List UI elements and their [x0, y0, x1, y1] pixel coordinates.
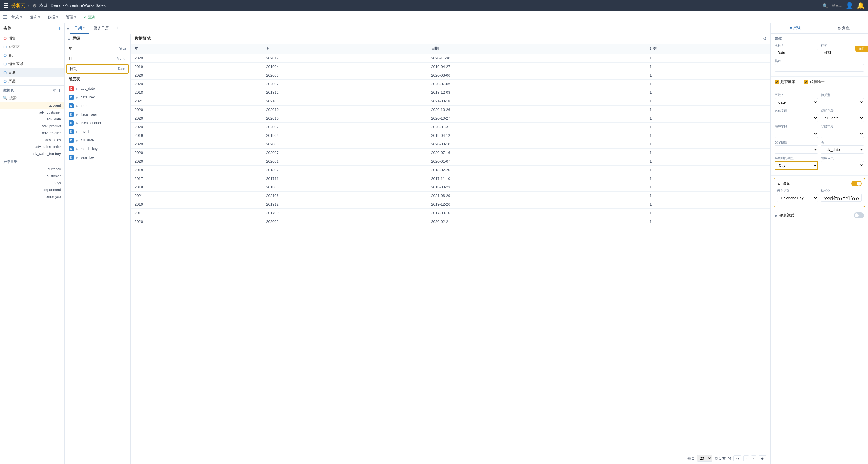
desc-field-select[interactable]: full_date [821, 114, 864, 122]
dim-row-date[interactable]: D ▶ date [65, 101, 130, 110]
table-item-department[interactable]: department [0, 187, 64, 193]
hierarchy-panel: ≡ 层级 年 Year 月 Month [65, 34, 130, 74]
desc-input[interactable] [775, 64, 864, 72]
dim-row-year-key[interactable]: D ▶ year_key [65, 153, 130, 162]
sidebar-item-reseller[interactable]: ⬡ 经销商 [0, 42, 64, 51]
semantic-type-select[interactable]: Calendar Day [777, 194, 818, 202]
tab-date[interactable]: 日期 ▾ [70, 23, 89, 34]
table-item-adv-date[interactable]: adv_date [0, 116, 64, 123]
field-label: 字段 * [775, 93, 818, 97]
hamburger-icon[interactable]: ☰ [3, 2, 9, 9]
table-cell: 2018-03-23 [427, 183, 646, 192]
search-placeholder: 搜索... [832, 3, 842, 8]
dim-row-month-key[interactable]: D ▶ month_key [65, 144, 130, 153]
hide-member-select[interactable] [821, 161, 864, 169]
notification-icon[interactable]: 🔔 [857, 2, 865, 9]
unique-checkbox[interactable] [804, 80, 808, 84]
table-item-currency[interactable]: currency [0, 166, 64, 173]
role-tab-label: 角色 [842, 26, 849, 31]
value-type-select[interactable] [821, 98, 864, 106]
refresh-icon[interactable]: ↺ [53, 89, 56, 93]
table-cell: 1 [646, 166, 770, 174]
add-entity-btn[interactable]: + [58, 25, 61, 31]
manage-menu-btn[interactable]: 管理 ▾ [63, 13, 79, 21]
field-select[interactable]: date [775, 98, 818, 106]
time-type-select[interactable]: Day [775, 161, 818, 170]
key-expr-collapse-icon[interactable]: ▶ [775, 213, 778, 218]
table-cell: 202106 [262, 192, 427, 200]
next-page-btn[interactable]: › [751, 455, 756, 461]
sidebar-item-sales[interactable]: ⬡ 销售 [0, 34, 64, 42]
key-expr-title: 键表达式 [779, 213, 794, 218]
hierarchy-item-date[interactable]: 日期 Date [66, 64, 129, 74]
hierarchy-item-month[interactable]: 月 Month [65, 54, 130, 63]
right-tab-hierarchy[interactable]: ≡ 层级 [771, 23, 819, 33]
per-page-select[interactable]: 20 50 100 [697, 455, 712, 462]
table-cell: 2020 [131, 80, 262, 88]
dim-row-adv-date[interactable]: E ▶ adv_date [65, 84, 130, 93]
table-select[interactable]: adv_date [821, 145, 864, 154]
semantic-toggle[interactable] [851, 181, 862, 187]
dim-row-full-date[interactable]: D ▶ full_date [65, 136, 130, 144]
order-field-select[interactable] [775, 130, 818, 138]
key-expr-toggle[interactable] [854, 212, 864, 218]
data-menu-btn[interactable]: 数据 ▾ [45, 13, 61, 21]
manage-label: 管理 [66, 14, 73, 20]
right-tab-role[interactable]: ⚙ 角色 [819, 23, 868, 33]
first-page-btn[interactable]: ⏮ [733, 455, 741, 461]
name-input[interactable] [775, 49, 818, 57]
sidebar-item-territory[interactable]: ⬡ 销售区域 [0, 60, 64, 68]
sidebar-item-customer[interactable]: ⬡ 客户 [0, 51, 64, 60]
table-cell: 202010 [262, 105, 427, 114]
format-input[interactable] [821, 194, 862, 202]
tabs-menu-icon[interactable]: ≡ [67, 26, 69, 31]
dim-row-date-key[interactable]: D ▶ date_key [65, 93, 130, 101]
dim-label-year-key: year_key [81, 156, 95, 160]
menu-icon[interactable]: ☰ [3, 14, 7, 20]
upload-icon[interactable]: ⬆ [58, 89, 61, 93]
table-item-account[interactable]: account [0, 102, 64, 109]
table-item-customer[interactable]: customer [0, 173, 64, 179]
hierarchy-item-year[interactable]: 年 Year [65, 44, 130, 54]
edit-menu-btn[interactable]: 编辑 ▾ [27, 13, 43, 21]
user-avatar[interactable]: 👤 [846, 2, 854, 9]
parent-space-select[interactable] [775, 145, 818, 154]
table-item-adv-product[interactable]: adv_product [0, 123, 64, 130]
search-icon[interactable]: 🔍 [823, 3, 828, 9]
normal-menu-btn[interactable]: 常规 ▾ [9, 13, 25, 21]
table-item-adv-customer[interactable]: adv_customer [0, 109, 64, 116]
table-cell: 2018 [131, 166, 262, 174]
table-cell: 2017-09-10 [427, 209, 646, 218]
content-split: ≡ 层级 年 Year 月 Month [65, 34, 770, 464]
dim-row-month[interactable]: D ▶ month [65, 127, 130, 136]
edit-chevron: ▾ [38, 15, 40, 19]
semantic-collapse-icon[interactable]: ▲ [777, 181, 781, 186]
sidebar-item-date[interactable]: ⬡ 日期 [0, 68, 64, 77]
refresh-preview-icon[interactable]: ↺ [763, 36, 766, 41]
back-button[interactable]: ‹ [28, 3, 30, 8]
table-item-days[interactable]: days [0, 179, 64, 187]
sidebar-search-input[interactable] [9, 96, 61, 100]
hierarchy-tab-label: 层级 [793, 25, 801, 30]
table-item-adv-sales-order[interactable]: adv_sales_order [0, 143, 64, 150]
table-item-adv-sales[interactable]: adv_sales [0, 136, 64, 143]
table-item-adv-reseller[interactable]: adv_reseller [0, 130, 64, 136]
sidebar-item-product[interactable]: ⬡ 产品 [0, 77, 64, 86]
show-checkbox[interactable] [775, 80, 779, 84]
dim-arrow-5: ▶ [76, 130, 79, 133]
name-field-select[interactable] [775, 114, 818, 122]
tab-date-menu-icon[interactable]: ▾ [83, 26, 85, 30]
parent-field-select[interactable] [821, 130, 864, 138]
table-cell: 2019 [131, 63, 262, 71]
display-section: 是否显示 成员唯一 [771, 76, 868, 90]
prev-page-btn[interactable]: ‹ [743, 455, 749, 461]
table-item-employee[interactable]: employee [0, 193, 64, 200]
query-btn[interactable]: ✔ 查询 [81, 13, 98, 21]
add-tab-btn[interactable]: + [113, 25, 121, 31]
tab-fiscal[interactable]: 财务日历 [89, 23, 113, 34]
dim-row-fiscal-year[interactable]: D ▶ fiscal_year [65, 110, 130, 119]
last-page-btn[interactable]: ⏭ [758, 455, 766, 461]
settings-icon[interactable]: ⚙ [32, 3, 36, 9]
dim-row-fiscal-quarter[interactable]: D ▶ fiscal_quarter [65, 119, 130, 127]
table-item-adv-sales-territory[interactable]: adv_sales_territory [0, 150, 64, 157]
